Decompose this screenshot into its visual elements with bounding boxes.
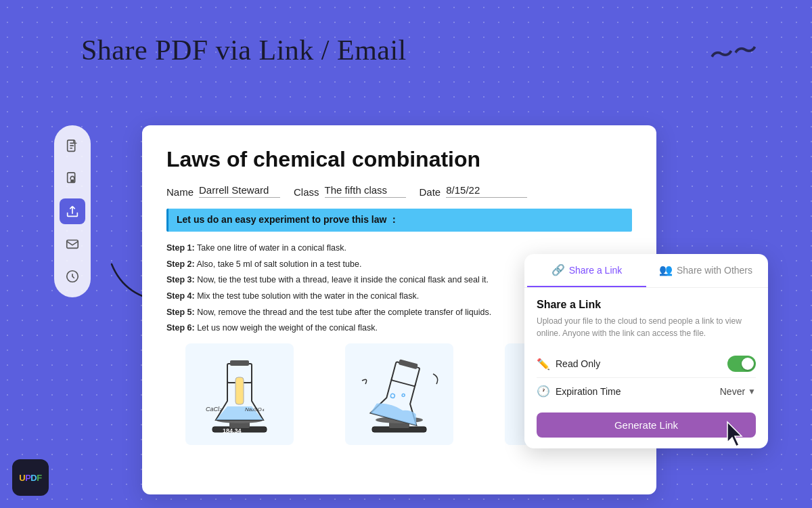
step6-text: Let us now weigh the weight of the conic… xyxy=(197,323,378,333)
step1-text: Take one litre of water in a conical fla… xyxy=(197,243,346,253)
tab-others-label: Share with Others xyxy=(677,265,752,276)
people-icon: 👥 xyxy=(659,263,673,276)
sidebar-item-lock-document[interactable] xyxy=(60,166,85,192)
sidebar-item-save[interactable] xyxy=(60,263,85,289)
step1-label: Step 1: xyxy=(166,243,195,253)
step3-text: Now, tie the test tube with a thread, le… xyxy=(197,275,489,284)
flask-2 xyxy=(345,343,453,445)
svg-text:Na₂SO₄: Na₂SO₄ xyxy=(245,406,265,412)
sidebar xyxy=(54,125,91,297)
class-label: Class xyxy=(294,186,319,198)
share-title: Share a Link xyxy=(537,299,756,311)
svg-rect-2 xyxy=(70,179,74,183)
page-title: Share PDF via Link / Email xyxy=(81,34,407,66)
name-value: Darrell Steward xyxy=(199,184,280,198)
tab-share-others[interactable]: 👥 Share with Others xyxy=(646,254,765,287)
expiration-value: Never xyxy=(720,386,745,397)
svg-rect-10 xyxy=(230,360,249,366)
generate-link-button[interactable]: Generate Link xyxy=(537,412,756,438)
step5-label: Step 5: xyxy=(166,308,195,317)
date-label: Date xyxy=(420,186,441,198)
chevron-down-icon: ▼ xyxy=(748,387,756,396)
expiration-left: 🕐 Expiration Time xyxy=(537,385,621,398)
read-only-left: ✏️ Read Only xyxy=(537,358,600,371)
highlight-bar: Let us do an easy experiment to prove th… xyxy=(166,209,632,232)
clock-icon: 🕐 xyxy=(537,385,550,398)
logo-p: P xyxy=(25,473,30,483)
read-only-row: ✏️ Read Only xyxy=(537,350,756,378)
tab-link-label: Share a Link xyxy=(569,265,623,276)
updf-logo[interactable]: UPDF xyxy=(12,459,49,496)
svg-text:184.34: 184.34 xyxy=(223,427,242,434)
link-icon: 🔗 xyxy=(551,263,565,276)
step6-label: Step 6: xyxy=(166,323,195,333)
tab-share-link[interactable]: 🔗 Share a Link xyxy=(527,254,646,287)
read-only-icon: ✏️ xyxy=(537,358,550,371)
document-fields: Name Darrell Steward Class The fifth cla… xyxy=(166,184,632,198)
expiration-label: Expiration Time xyxy=(556,386,621,397)
step2-text: Also, take 5 ml of salt solution in a te… xyxy=(196,259,361,269)
step2-label: Step 2: xyxy=(166,259,195,269)
squiggle-decoration: 〜〜 xyxy=(707,37,759,69)
svg-rect-11 xyxy=(235,377,244,404)
logo-u: U xyxy=(19,473,25,483)
logo-d: D xyxy=(30,473,37,483)
step4-text: Mix the test tube solution with the wate… xyxy=(197,291,419,301)
document-title: Laws of chemical combination xyxy=(166,147,632,172)
date-value: 8/15/22 xyxy=(446,184,527,198)
name-label: Name xyxy=(166,186,194,198)
sidebar-item-document[interactable] xyxy=(60,133,85,159)
share-description: Upload your file to the cloud to send pe… xyxy=(537,315,756,339)
step3-label: Step 3: xyxy=(166,275,195,284)
expiration-row: 🕐 Expiration Time Never ▼ xyxy=(537,378,756,404)
flask-1: CaCl₂ Na₂SO₄ 184.34 xyxy=(185,343,294,445)
sidebar-item-share[interactable] xyxy=(60,198,85,224)
step5-text: Now, remove the thread and the test tube… xyxy=(197,308,491,317)
share-panel: 🔗 Share a Link 👥 Share with Others Share… xyxy=(524,254,768,448)
logo-f: F xyxy=(37,473,41,483)
sidebar-item-email[interactable] xyxy=(60,231,85,257)
share-body: Share a Link Upload your file to the clo… xyxy=(524,288,768,448)
read-only-label: Read Only xyxy=(556,358,600,369)
share-tabs: 🔗 Share a Link 👥 Share with Others xyxy=(524,254,768,288)
expiration-dropdown[interactable]: Never ▼ xyxy=(720,386,756,397)
svg-text:CaCl₂: CaCl₂ xyxy=(206,406,222,412)
svg-rect-3 xyxy=(67,240,78,249)
step4-label: Step 4: xyxy=(166,291,195,301)
class-value: The fifth class xyxy=(325,184,406,198)
read-only-toggle[interactable] xyxy=(727,356,756,372)
